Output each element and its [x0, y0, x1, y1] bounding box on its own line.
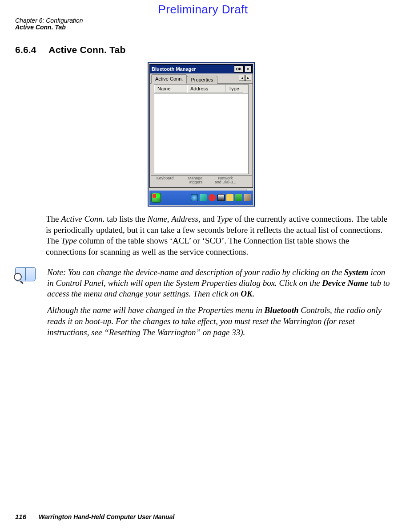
- card-icon[interactable]: [217, 194, 225, 201]
- note-p1-b1: System: [344, 268, 369, 277]
- note-p1-b2: Device Name: [322, 278, 368, 288]
- tab-active-conn[interactable]: Active Conn.: [151, 74, 187, 84]
- body-p1-d: , and: [198, 214, 217, 223]
- folder-icon[interactable]: [226, 194, 233, 201]
- running-header-line1: Chapter 6: Configuration: [15, 17, 83, 24]
- desktop-item-network[interactable]: Network and Dial-u...: [211, 176, 240, 187]
- note-paragraph-1: Note: You can change the device-name and…: [47, 267, 391, 299]
- battery-icon[interactable]: [235, 194, 242, 201]
- column-header-name[interactable]: Name: [154, 85, 187, 93]
- body-p1-i3: Address: [171, 214, 198, 223]
- column-header-address[interactable]: Address: [187, 85, 225, 93]
- ok-button[interactable]: OK: [234, 65, 244, 73]
- table-header-row: Name Address Type: [154, 85, 248, 93]
- system-tray: [191, 194, 251, 201]
- body-p1-a: The: [46, 214, 61, 223]
- device-screenshot: Bluetooth Manager OK × Active Conn. Prop…: [148, 62, 255, 207]
- body-p1-i5: Type: [61, 236, 77, 245]
- speaker-icon[interactable]: [200, 194, 207, 201]
- running-header-line2: Active Conn. Tab: [15, 24, 83, 31]
- status-red-icon[interactable]: [209, 194, 216, 201]
- tab-scroll: ◂ ▸: [239, 75, 251, 81]
- note-p1-d: .: [253, 289, 255, 298]
- body-p1-i1: Active Conn.: [61, 214, 105, 223]
- tab-properties[interactable]: Properties: [187, 76, 217, 84]
- body-paragraph: The Active Conn. tab lists the Name, Add…: [46, 214, 391, 258]
- note-p2-b1: Bluetooth: [264, 305, 298, 315]
- tab-scroll-left-icon[interactable]: ◂: [239, 75, 245, 81]
- note-book-icon: [15, 267, 36, 282]
- note-p2-a: Although the name will have changed in t…: [47, 305, 264, 315]
- note-block: Note: You can change the device-name and…: [15, 267, 391, 338]
- desktop-item-network-line2: and Dial-u...: [211, 180, 240, 184]
- section-number: 6.6.4: [15, 44, 46, 56]
- close-button[interactable]: ×: [245, 65, 252, 73]
- bluetooth-manager-window: Bluetooth Manager OK × Active Conn. Prop…: [149, 64, 253, 188]
- magnifier-icon: [14, 273, 22, 281]
- start-button[interactable]: [151, 193, 161, 203]
- tab-scroll-right-icon[interactable]: ▸: [245, 75, 251, 81]
- desktop-item-keyboard[interactable]: Keyboard: [151, 176, 179, 187]
- footer-text: Warrington Hand-Held Computer User Manua…: [39, 513, 174, 520]
- desktop-item-manage-triggers[interactable]: Manage Triggers: [181, 176, 209, 187]
- desktop-item-keyboard-label: Keyboard: [151, 176, 179, 180]
- section-heading: 6.6.4 Active Conn. Tab: [15, 44, 125, 56]
- connections-table: Name Address Type: [154, 84, 249, 174]
- watermark-text: Preliminary Draft: [0, 2, 406, 17]
- body-p1-c: ,: [167, 214, 172, 223]
- page: Preliminary Draft Chapter 6: Configurati…: [0, 0, 406, 532]
- titlebar-buttons: OK ×: [234, 65, 252, 73]
- tab-strip: Active Conn. Properties ◂ ▸: [150, 73, 253, 84]
- page-footer: 116 Warrington Hand-Held Computer User M…: [15, 512, 174, 521]
- body-p1-b: tab lists the: [105, 214, 147, 223]
- desktop-icon-row: Keyboard Manage Triggers Network and Dia…: [151, 175, 252, 187]
- os-taskbar: [149, 191, 253, 205]
- note-label: Note:: [47, 268, 68, 277]
- desktop-item-manage-line2: Triggers: [181, 180, 209, 184]
- note-paragraph-2: Although the name will have changed in t…: [47, 305, 391, 338]
- body-p1-f: column of the table shows ‘ACL’ or ‘SCO’…: [46, 236, 349, 256]
- window-titlebar: Bluetooth Manager OK ×: [150, 65, 253, 73]
- note-p1-b3: OK: [241, 289, 252, 298]
- globe-icon[interactable]: [191, 194, 198, 201]
- page-number: 116: [15, 513, 26, 520]
- sip-pen-icon[interactable]: [244, 194, 251, 201]
- column-header-type[interactable]: Type: [225, 85, 243, 93]
- window-title: Bluetooth Manager: [152, 66, 196, 73]
- book-icon: [15, 267, 36, 281]
- body-p1-i4: Type: [217, 214, 233, 223]
- running-header: Chapter 6: Configuration Active Conn. Ta…: [15, 17, 83, 31]
- section-title: Active Conn. Tab: [48, 45, 125, 55]
- body-p1-i2: Name: [148, 214, 167, 223]
- note-p1-a: You can change the device-name and descr…: [68, 268, 344, 277]
